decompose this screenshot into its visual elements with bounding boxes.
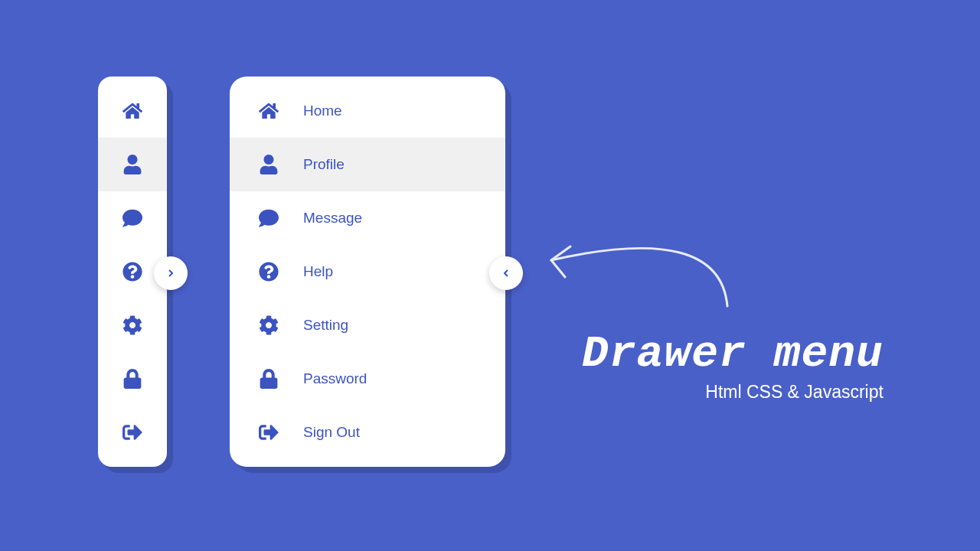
menu-label: Sign Out xyxy=(303,424,360,441)
expanded-item-profile[interactable]: Profile xyxy=(230,138,505,191)
title-sub: Html CSS & Javascript xyxy=(582,382,884,403)
collapsed-item-setting[interactable] xyxy=(98,298,167,352)
collapse-button[interactable] xyxy=(489,256,523,290)
expanded-item-password[interactable]: Password xyxy=(230,352,505,406)
title-main: Drawer menu xyxy=(582,329,884,379)
signout-icon xyxy=(259,422,279,442)
signout-icon xyxy=(122,422,142,442)
expanded-item-home[interactable]: Home xyxy=(230,84,505,138)
home-icon xyxy=(122,101,142,121)
title-block: Drawer menu Html CSS & Javascript xyxy=(582,329,884,403)
menu-label: Home xyxy=(303,103,342,119)
user-icon xyxy=(259,155,279,174)
expanded-item-message[interactable]: Message xyxy=(230,191,505,245)
menu-label: Profile xyxy=(303,156,345,173)
menu-label: Setting xyxy=(303,317,348,334)
menu-label: Message xyxy=(303,210,362,227)
help-icon xyxy=(259,262,279,282)
gear-icon xyxy=(122,315,142,335)
menu-label: Password xyxy=(303,370,367,387)
gear-icon xyxy=(259,315,279,335)
lock-icon xyxy=(259,369,279,389)
home-icon xyxy=(259,101,279,121)
expanded-drawer: Home Profile Message Help Setting Passwo… xyxy=(230,77,505,467)
menu-label: Help xyxy=(303,263,333,280)
message-icon xyxy=(122,208,142,228)
message-icon xyxy=(259,208,279,228)
user-icon xyxy=(122,155,142,174)
collapsed-item-profile[interactable] xyxy=(98,138,167,191)
expanded-item-signout[interactable]: Sign Out xyxy=(230,406,505,459)
collapsed-item-message[interactable] xyxy=(98,191,167,245)
chevron-left-icon xyxy=(500,267,512,279)
decorative-arrow xyxy=(528,176,743,314)
collapsed-item-home[interactable] xyxy=(98,84,167,138)
chevron-right-icon xyxy=(165,267,177,279)
expand-button[interactable] xyxy=(154,256,188,290)
collapsed-item-signout[interactable] xyxy=(98,406,167,459)
collapsed-item-password[interactable] xyxy=(98,352,167,406)
expanded-item-help[interactable]: Help xyxy=(230,245,505,298)
help-icon xyxy=(122,262,142,282)
lock-icon xyxy=(122,369,142,389)
expanded-item-setting[interactable]: Setting xyxy=(230,298,505,352)
